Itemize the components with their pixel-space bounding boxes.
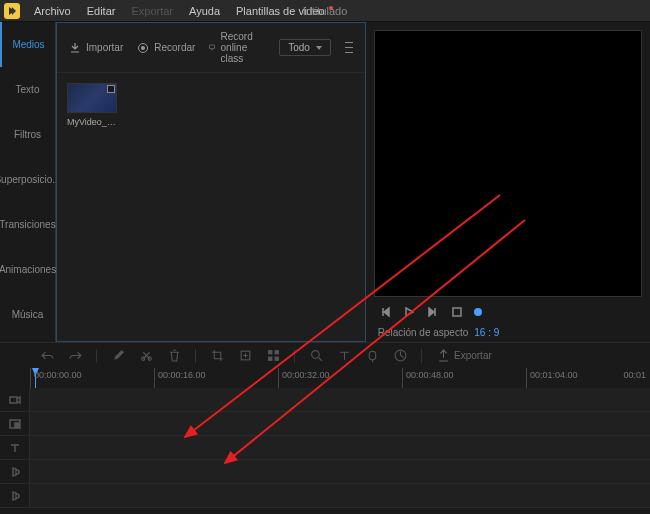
separator	[96, 349, 97, 363]
import-label: Importar	[86, 42, 123, 53]
speed-button[interactable]	[393, 349, 407, 363]
pip-track[interactable]	[0, 412, 650, 436]
aspect-value[interactable]: 16 : 9	[474, 327, 499, 338]
track-body[interactable]	[30, 460, 650, 483]
menubar: ArchivoEditarExportarAyudaPlantillas de …	[0, 0, 650, 22]
aspect-label: Relación de aspecto	[378, 327, 469, 338]
svg-rect-15	[15, 423, 19, 427]
svg-rect-10	[274, 357, 278, 361]
mosaic-button[interactable]	[266, 349, 280, 363]
track-body[interactable]	[30, 388, 650, 411]
tab-medios[interactable]: Medios	[0, 22, 55, 67]
audio-track-2[interactable]	[0, 484, 650, 508]
audio-track-icon[interactable]	[0, 460, 30, 483]
tab-m-sica[interactable]: Música	[0, 292, 55, 337]
tab-filtros[interactable]: Filtros	[0, 112, 55, 157]
preview-area: Relación de aspecto 16 : 9	[366, 22, 650, 342]
screen-icon	[209, 42, 215, 54]
aspect-ratio-row: Relación de aspecto 16 : 9	[374, 323, 642, 342]
menu-exportar[interactable]: Exportar	[123, 5, 181, 17]
separator	[294, 349, 295, 363]
svg-point-1	[141, 46, 145, 50]
ruler-mark: 00:00:00.00	[30, 368, 154, 388]
ruler-mark: 00:00:32.00	[278, 368, 402, 388]
video-track-icon[interactable]	[0, 388, 30, 411]
zoom-button[interactable]	[309, 349, 323, 363]
track-body[interactable]	[30, 436, 650, 459]
menu-ayuda[interactable]: Ayuda	[181, 5, 228, 17]
svg-rect-9	[268, 357, 272, 361]
text-track[interactable]	[0, 436, 650, 460]
export-label: Exportar	[454, 350, 492, 361]
separator	[421, 349, 422, 363]
chevron-down-icon	[316, 46, 322, 50]
media-toolbar: Importar Recordar Record online class To…	[57, 23, 365, 73]
undo-button[interactable]	[40, 349, 54, 363]
ruler-mark: 00:00:48.00	[402, 368, 526, 388]
tab-transiciones[interactable]: Transiciones	[0, 202, 55, 247]
audio-button[interactable]	[365, 349, 379, 363]
dropdown-selected: Todo	[288, 42, 310, 53]
app-logo	[4, 3, 20, 19]
crop-button[interactable]	[210, 349, 224, 363]
media-label: MyVideo_2...	[67, 117, 117, 127]
svg-rect-13	[10, 397, 17, 403]
media-grid: MyVideo_2...	[57, 73, 365, 341]
window-title: Intitulado	[303, 5, 348, 17]
preview-screen[interactable]	[374, 30, 642, 297]
import-icon	[69, 42, 81, 54]
tab-texto[interactable]: Texto	[0, 67, 55, 112]
timeline-tracks	[0, 388, 650, 508]
edit-button[interactable]	[111, 349, 125, 363]
export-button[interactable]: Exportar	[436, 349, 492, 363]
media-panel: Importar Recordar Record online class To…	[56, 22, 366, 342]
delete-button[interactable]	[167, 349, 181, 363]
track-body[interactable]	[30, 412, 650, 435]
record-button[interactable]: Recordar	[137, 42, 195, 54]
record-icon	[137, 42, 149, 54]
media-item[interactable]: MyVideo_2...	[67, 83, 117, 127]
timeline-toolbar: Exportar	[0, 342, 650, 368]
tab-superposicio-[interactable]: Superposicio...	[0, 157, 55, 202]
svg-rect-8	[274, 350, 278, 354]
stop-button[interactable]	[450, 305, 464, 319]
list-view-toggle[interactable]	[345, 41, 352, 55]
text-track-icon[interactable]	[0, 436, 30, 459]
pip-track-icon[interactable]	[0, 412, 30, 435]
filter-dropdown[interactable]: Todo	[279, 39, 331, 56]
ruler-mark: 00:00:16.00	[154, 368, 278, 388]
svg-rect-3	[453, 308, 461, 316]
audio-track[interactable]	[0, 460, 650, 484]
record-online-button[interactable]: Record online class	[209, 31, 265, 64]
play-button[interactable]	[402, 305, 416, 319]
record-label: Recordar	[154, 42, 195, 53]
import-button[interactable]: Importar	[69, 42, 123, 54]
next-frame-button[interactable]	[426, 305, 440, 319]
video-track[interactable]	[0, 388, 650, 412]
record-online-label: Record online class	[221, 31, 266, 64]
media-thumbnail	[67, 83, 117, 113]
svg-rect-7	[268, 350, 272, 354]
left-tabs: MediosTextoFiltrosSuperposicio...Transic…	[0, 22, 56, 342]
export-icon	[436, 349, 450, 363]
add-media-button[interactable]	[238, 349, 252, 363]
checkbox[interactable]	[107, 85, 115, 93]
main-area: MediosTextoFiltrosSuperposicio...Transic…	[0, 22, 650, 342]
menu-editar[interactable]: Editar	[79, 5, 124, 17]
menu-archivo[interactable]: Archivo	[26, 5, 79, 17]
text-button[interactable]	[337, 349, 351, 363]
redo-button[interactable]	[68, 349, 82, 363]
timeline-ruler[interactable]: 00:01 00:00:00.0000:00:16.0000:00:32.000…	[0, 368, 650, 388]
track-body[interactable]	[30, 484, 650, 507]
prev-frame-button[interactable]	[378, 305, 392, 319]
preview-controls	[374, 297, 642, 323]
volume-indicator[interactable]	[474, 308, 482, 316]
cut-button[interactable]	[139, 349, 153, 363]
svg-point-11	[311, 351, 319, 359]
ruler-mark: 00:01:04.00	[526, 368, 650, 388]
audio-track-icon[interactable]	[0, 484, 30, 507]
tab-animaciones[interactable]: Animaciones	[0, 247, 55, 292]
svg-rect-2	[210, 45, 215, 49]
separator	[195, 349, 196, 363]
